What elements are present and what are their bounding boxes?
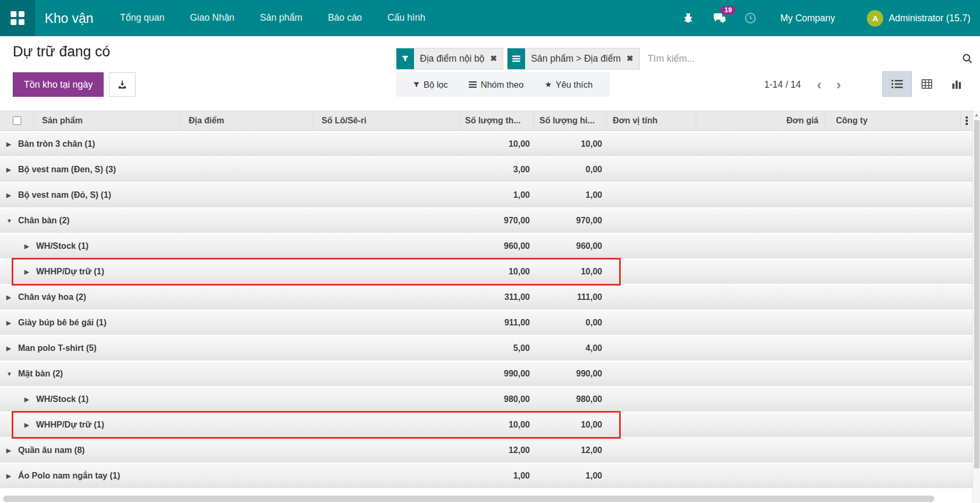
caret-right-icon: ▶ [6, 345, 18, 352]
group-name-cell: ▶Áo Polo nam ngắn tay (1) [0, 464, 460, 488]
caret-right-icon: ▶ [24, 269, 36, 275]
menu-overview[interactable]: Tổng quan [107, 0, 178, 36]
group-name-cell: ▶WHHP/Dự trữ (1) [0, 413, 460, 437]
caret-right-icon: ▶ [24, 422, 36, 429]
group-row[interactable]: ▶Quần âu nam (8)12,0012,00 [0, 437, 973, 463]
group-row[interactable]: ▶Áo Polo nam ngắn tay (1)1,001,00 [0, 463, 973, 488]
menu-transfers[interactable]: Giao Nhận [177, 0, 247, 36]
group-label: WHHP/Dự trữ (1) [36, 420, 104, 430]
top-navbar: Kho vận Tổng quan Giao Nhận Sản phẩm Báo… [0, 0, 980, 36]
group-label: WH/Stock (1) [36, 241, 89, 251]
search-icon[interactable] [961, 53, 973, 64]
column-header-unit-price[interactable]: Đơn giá [696, 111, 825, 130]
company-switcher[interactable]: My Company [780, 13, 835, 24]
group-row[interactable]: ▶Man polo T-shirt (5)5,004,00 [0, 335, 973, 361]
group-label: Áo Polo nam ngắn tay (1) [18, 471, 120, 481]
qty-actual-value: 1,00 [460, 464, 534, 488]
vertical-scrollbar-thumb[interactable] [974, 120, 979, 468]
column-header-qty-on-hand[interactable]: Số lượng hi... [534, 111, 606, 130]
group-row[interactable]: ▼Mặt bàn (2)990,00990,00 [0, 361, 973, 386]
page-title: Dự trữ đang có [13, 44, 110, 60]
filter-toolbar: Bộ lọc Nhóm theo ★ Yêu thích [396, 72, 610, 97]
scroll-up-icon[interactable]: ▲ [973, 112, 980, 118]
menu-reporting[interactable]: Báo cáo [315, 0, 375, 36]
search-bar: Địa điểm nội bộ ✖ Sản phẩm > Địa điểm ✖ [396, 47, 975, 70]
debug-bug-icon[interactable] [682, 12, 694, 24]
app-name[interactable]: Kho vận [45, 11, 94, 26]
horizontal-scrollbar[interactable] [0, 496, 973, 502]
caret-down-icon: ▼ [6, 217, 18, 224]
qty-on-hand-value: 980,00 [534, 387, 606, 412]
group-row[interactable]: ▼Chân bàn (2)970,00970,00 [0, 207, 973, 233]
qty-on-hand-value: 1,00 [534, 464, 606, 488]
column-header-product[interactable]: Sản phẩm [34, 111, 181, 130]
group-row[interactable]: ▶Bàn tròn 3 chân (1)10,0010,00 [0, 131, 973, 156]
filters-button[interactable]: Bộ lọc [413, 80, 448, 90]
column-header-lot[interactable]: Số Lô/Sê-ri [314, 111, 460, 130]
select-all-checkbox[interactable] [13, 116, 21, 125]
qty-actual-value: 911,00 [460, 311, 534, 335]
remove-facet-icon[interactable]: ✖ [626, 48, 639, 69]
inventory-at-date-button[interactable]: Tồn kho tại ngày [13, 72, 104, 97]
view-switcher [882, 71, 971, 97]
group-by-button[interactable]: Nhóm theo [469, 80, 523, 90]
group-row[interactable]: ▶Giày búp bê bé gái (1)911,000,00 [0, 309, 973, 335]
search-input[interactable] [644, 50, 961, 68]
messages-icon[interactable]: 19 [712, 12, 726, 24]
caret-right-icon: ▶ [6, 320, 18, 326]
group-name-cell: ▶Bộ vest nam (Đỏ, S) (1) [0, 183, 460, 207]
group-name-cell: ▶Man polo T-shirt (5) [0, 336, 460, 361]
group-name-cell: ▶WH/Stock (1) [0, 387, 460, 412]
pivot-view-button[interactable] [912, 71, 942, 97]
inventory-report-screen: Kho vận Tổng quan Giao Nhận Sản phẩm Báo… [0, 0, 980, 503]
qty-actual-value: 970,00 [460, 208, 534, 233]
kebab-icon [966, 116, 968, 125]
group-name-cell: ▶Bộ vest nam (Đen, S) (3) [0, 157, 460, 182]
control-panel: Dự trữ đang có Địa điểm nội bộ ✖ Sản phẩ… [0, 36, 980, 111]
qty-on-hand-value: 970,00 [534, 208, 606, 233]
caret-right-icon: ▶ [6, 294, 18, 301]
subgroup-row[interactable]: ▶WH/Stock (1)960,00960,00 [0, 233, 973, 258]
pager-previous-button[interactable]: ‹ [809, 73, 829, 96]
group-name-cell: ▶WH/Stock (1) [0, 234, 460, 258]
list-view-button[interactable] [882, 71, 912, 97]
group-name-cell: ▶WHHP/Dự trữ (1) [0, 259, 460, 284]
column-header-qty-actual[interactable]: Số lượng th... [460, 111, 534, 130]
caret-right-icon: ▶ [6, 192, 18, 199]
group-row[interactable]: ▶Chân váy hoa (2)311,00111,00 [0, 284, 973, 309]
qty-actual-value: 960,00 [460, 234, 534, 258]
favorites-button[interactable]: ★ Yêu thích [545, 80, 593, 90]
group-name-cell: ▶Bàn tròn 3 chân (1) [0, 132, 460, 156]
group-label: Quần âu nam (8) [18, 446, 85, 455]
user-menu[interactable]: A Administrator (15.7) [867, 10, 970, 27]
activities-clock-icon[interactable] [744, 12, 757, 24]
pager: 1-14 / 14 ‹ › [764, 72, 848, 97]
qty-on-hand-value: 990,00 [534, 362, 606, 386]
optional-columns-button[interactable] [961, 111, 973, 130]
menu-products[interactable]: Sản phẩm [247, 0, 315, 36]
remove-facet-icon[interactable]: ✖ [489, 48, 503, 69]
graph-view-button[interactable] [942, 71, 971, 97]
group-label: Giày búp bê bé gái (1) [18, 318, 106, 328]
qty-actual-value: 5,00 [460, 336, 534, 361]
menu-configuration[interactable]: Cấu hình [375, 0, 438, 36]
vertical-scrollbar[interactable]: ▲ [973, 111, 980, 503]
export-button[interactable] [109, 72, 136, 97]
subgroup-row[interactable]: ▶WHHP/Dự trữ (1)10,0010,00 [0, 412, 973, 437]
group-row[interactable]: ▶Bộ vest nam (Đỏ, S) (1)1,001,00 [0, 182, 973, 207]
search-facet-filter: Địa điểm nội bộ ✖ [396, 48, 503, 70]
pager-next-button[interactable]: › [829, 73, 849, 96]
qty-actual-value: 10,00 [460, 132, 534, 156]
main-menu: Tổng quan Giao Nhận Sản phẩm Báo cáo Cấu… [107, 0, 438, 36]
caret-right-icon: ▶ [6, 141, 18, 148]
column-header-location[interactable]: Địa điểm [181, 111, 314, 130]
subgroup-row[interactable]: ▶WH/Stock (1)980,00980,00 [0, 386, 973, 412]
qty-actual-value: 3,00 [460, 157, 534, 182]
filter-funnel-icon [413, 81, 420, 88]
column-header-uom[interactable]: Đơn vị tính [606, 111, 696, 130]
apps-menu-button[interactable] [0, 0, 35, 36]
horizontal-scrollbar-thumb[interactable] [3, 496, 934, 502]
group-row[interactable]: ▶Bộ vest nam (Đen, S) (3)3,000,00 [0, 156, 973, 182]
column-header-company[interactable]: Công ty [825, 111, 961, 130]
subgroup-row[interactable]: ▶WHHP/Dự trữ (1)10,0010,00 [0, 258, 973, 284]
